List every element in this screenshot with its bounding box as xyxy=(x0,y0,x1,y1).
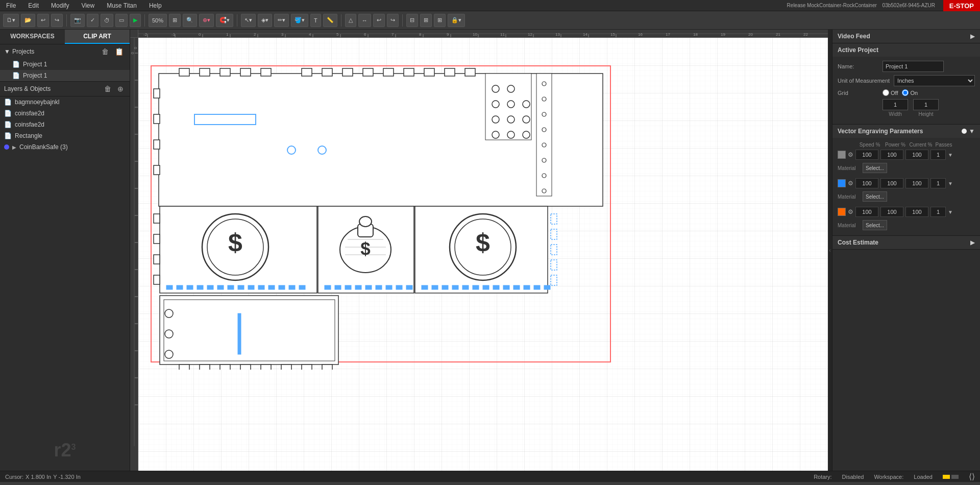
layer-item-1[interactable]: 📄 coinsfae2d xyxy=(0,108,130,119)
lock-btn[interactable]: 🔒▾ xyxy=(448,14,465,27)
right-panel-collapse[interactable]: ‹ xyxy=(828,30,832,471)
ve-gear-1[interactable]: ⚙ xyxy=(848,180,853,187)
ve-gear-0[interactable]: ⚙ xyxy=(848,151,853,158)
fill-tool[interactable]: 🪣▾ xyxy=(291,14,308,27)
layer-group-0[interactable]: ▶ CoinBankSafe (3) xyxy=(0,141,130,153)
ve-current-1[interactable] xyxy=(905,178,928,188)
grid-off-radio[interactable] xyxy=(883,89,889,96)
ve-power-1[interactable] xyxy=(880,178,903,188)
grid-height-input[interactable] xyxy=(913,99,939,110)
redo-button[interactable]: ↪ xyxy=(51,14,63,27)
unit-select[interactable]: Inches xyxy=(894,75,975,86)
material-row-1: Material Select... xyxy=(838,190,975,203)
project-item-2[interactable]: 📄 Project 1 xyxy=(0,70,130,81)
project-item-1[interactable]: 📄 Project 1 xyxy=(0,59,130,70)
grid-size-row: Width Height xyxy=(838,99,975,117)
ve-gear-2[interactable]: ⚙ xyxy=(848,208,853,215)
ve-expand-2[interactable]: ▼ xyxy=(948,209,953,215)
target-button[interactable]: ⊕▾ xyxy=(199,14,214,27)
select-material-1[interactable]: Select... xyxy=(863,191,887,202)
new-button[interactable]: 🗋▾ xyxy=(3,14,19,27)
ve-swatch-2[interactable] xyxy=(838,208,846,216)
tab-clip-art[interactable]: CLIP ART xyxy=(65,30,130,44)
ve-power-2[interactable] xyxy=(880,207,903,217)
grid-width-input[interactable] xyxy=(883,99,908,110)
add-layer-button[interactable]: ⊕ xyxy=(115,84,126,93)
text-tool[interactable]: T xyxy=(310,14,321,27)
ve-power-0[interactable] xyxy=(880,150,903,160)
select-material-2[interactable]: Select... xyxy=(863,220,887,230)
select-material-0[interactable]: Select... xyxy=(863,163,887,173)
menu-edit[interactable]: Edit xyxy=(26,1,41,10)
node-tool[interactable]: ◈▾ xyxy=(258,14,272,27)
3d-cone[interactable]: △ xyxy=(345,14,356,27)
ve-passes-0[interactable] xyxy=(930,150,946,160)
play-button[interactable]: ▶ xyxy=(130,14,141,27)
video-feed-header[interactable]: Video Feed ▶ xyxy=(832,30,980,43)
right-panel: Video Feed ▶ Active Project Name: Unit o… xyxy=(832,30,980,471)
check-button[interactable]: ✓ xyxy=(87,14,99,27)
zoom-level[interactable]: 50% xyxy=(149,14,167,27)
svg-rect-151 xyxy=(551,245,557,255)
ve-expand-1[interactable]: ▼ xyxy=(948,181,953,186)
ve-passes-1[interactable] xyxy=(930,178,946,188)
projects-header-toggle[interactable]: ▼ Projects xyxy=(4,48,34,55)
menu-modify[interactable]: Modify xyxy=(49,1,71,10)
ve-current-2[interactable] xyxy=(905,207,928,217)
delete-layer-button[interactable]: 🗑 xyxy=(102,84,113,93)
redo2[interactable]: ↪ xyxy=(387,14,399,27)
layer-item-2[interactable]: 📄 coinsfae2d xyxy=(0,119,130,130)
ve-speed-0[interactable] xyxy=(855,150,878,160)
align-btn[interactable]: ⊟ xyxy=(406,14,418,27)
ve-speed-2[interactable] xyxy=(855,207,878,217)
timer-button[interactable]: ⏱ xyxy=(101,14,113,27)
layer-item-0[interactable]: 📄 bagmnoeybajnkl xyxy=(0,96,130,108)
ve-speed-1[interactable] xyxy=(855,178,878,188)
grid-height-group: Height xyxy=(913,99,939,117)
menu-file[interactable]: File xyxy=(4,1,18,10)
add-project-button[interactable]: 📋 xyxy=(113,47,126,56)
menu-muse-titan[interactable]: Muse Titan xyxy=(105,1,139,10)
ve-passes-2[interactable] xyxy=(930,207,946,217)
flip-h[interactable]: ↔ xyxy=(358,14,371,27)
cost-estimate-header[interactable]: Cost Estimate ▶ xyxy=(832,236,980,249)
camera-button[interactable]: 📷 xyxy=(70,14,85,27)
ve-expand-0[interactable]: ▼ xyxy=(948,152,953,158)
menu-view[interactable]: View xyxy=(79,1,96,10)
measure-tool[interactable]: 📏 xyxy=(323,14,337,27)
magnet-button[interactable]: 🧲▾ xyxy=(216,14,233,27)
material-row-2: Material Select... xyxy=(838,219,975,231)
vector-engraving-header[interactable]: Vector Engraving Parameters ▼ xyxy=(832,125,980,138)
design-canvas[interactable]: $ xyxy=(149,63,618,370)
frame-button[interactable]: ▭ xyxy=(115,14,128,27)
distribute-btn[interactable]: ⊞ xyxy=(420,14,432,27)
tab-workspaces[interactable]: WORKSPACES xyxy=(0,30,65,44)
svg-point-88 xyxy=(507,101,514,108)
name-input[interactable] xyxy=(883,61,944,72)
ve-current-0[interactable] xyxy=(905,150,928,160)
grid-btn[interactable]: ⊞ xyxy=(434,14,446,27)
cursor-label: Cursor: xyxy=(5,474,23,480)
layer-item-3[interactable]: 📄 Rectangle xyxy=(0,130,130,141)
pen-tool[interactable]: ✏▾ xyxy=(274,14,289,27)
canvas-content[interactable]: $ xyxy=(138,38,828,471)
grid-on-radio[interactable] xyxy=(902,89,909,96)
undo2[interactable]: ↩ xyxy=(373,14,385,27)
zoom-in-button[interactable]: 🔍 xyxy=(183,14,197,27)
ve-swatch-0[interactable] xyxy=(838,151,846,159)
undo-button[interactable]: ↩ xyxy=(37,14,49,27)
fit-button[interactable]: ⊞ xyxy=(169,14,181,27)
menu-help[interactable]: Help xyxy=(147,1,164,10)
ve-swatch-1[interactable] xyxy=(838,179,846,187)
estop-button[interactable]: E-STOP xyxy=(943,0,980,11)
select-tool[interactable]: ↖▾ xyxy=(241,14,256,27)
canvas-area[interactable]: -2 -1 0 1 2 3 4 5 6 7 8 9 10 11 12 13 14 xyxy=(130,30,828,471)
svg-rect-184 xyxy=(154,275,160,284)
ve-expand-icon[interactable]: ▼ xyxy=(969,128,975,135)
svg-rect-160 xyxy=(483,285,489,289)
open-button[interactable]: 📂 xyxy=(21,14,35,27)
svg-rect-139 xyxy=(355,285,361,289)
grid-off-label[interactable]: Off xyxy=(883,89,898,96)
grid-on-label[interactable]: On xyxy=(902,89,918,96)
delete-project-button[interactable]: 🗑 xyxy=(100,47,111,56)
